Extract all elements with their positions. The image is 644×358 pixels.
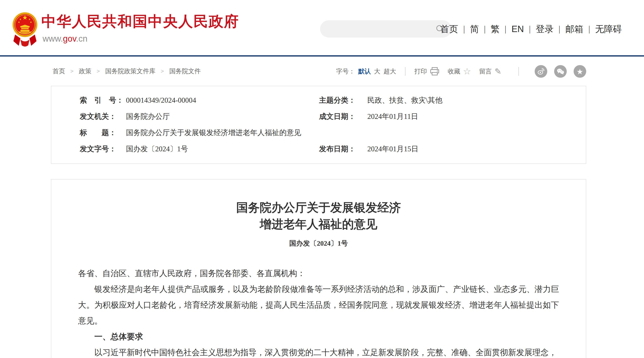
nav-separator: | [464, 24, 465, 34]
document-metadata-box: 索 引 号： 000014349/2024-00004 主题分类： 民政、扶贫、… [51, 86, 586, 164]
site-url-www: www. [42, 34, 63, 44]
meta-issuer-value: 国务院办公厅 [126, 112, 319, 122]
document-number: 国办发〔2024〕1号 [78, 239, 559, 248]
qzone-share-icon[interactable] [574, 65, 586, 78]
site-header: 中华人民共和国中央人民政府 www.gov.cn 首页| 简| 繁| EN| 登… [0, 0, 644, 56]
meta-docnum-value: 国办发〔2024〕1号 [126, 144, 319, 154]
toolbar-divider [405, 67, 406, 76]
paragraph-guiding-ideology: 以习近平新时代中国特色社会主义思想为指导，深入贯彻党的二十大精神，立足新发展阶段… [78, 344, 559, 358]
metadata-row: 索 引 号： 000014349/2024-00004 主题分类： 民政、扶贫、… [80, 92, 586, 108]
favorite-button[interactable]: 收藏 ☆ [448, 67, 471, 76]
nav-simplified[interactable]: 简 [465, 23, 484, 35]
meta-date-written-value: 2024年01月11日 [367, 112, 586, 122]
weibo-share-icon[interactable] [535, 65, 547, 78]
printer-icon [430, 67, 440, 76]
nav-home[interactable]: 首页 [436, 23, 463, 35]
share-buttons [528, 65, 586, 78]
metadata-row: 标 题： 国务院办公厅关于发展银发经济增进老年人福祉的意见 [80, 124, 586, 141]
site-url: www.gov.cn [42, 34, 88, 43]
nav-separator: | [505, 24, 506, 34]
paragraph-section-heading: 一、总体要求 [78, 329, 559, 344]
meta-title-value: 国务院办公厅关于发展银发经济增进老年人福祉的意见 [126, 128, 319, 138]
meta-date-written-label: 成文日期： [319, 112, 367, 122]
meta-date-published-label: 发布日期： [319, 144, 367, 154]
pencil-icon: ✎ [494, 67, 502, 76]
document-title: 国务院办公厅关于发展银发经济 增进老年人福祉的意见 [78, 200, 559, 233]
site-title[interactable]: 中华人民共和国中央人民政府 [42, 14, 239, 29]
nav-mail[interactable]: 邮箱 [561, 23, 588, 35]
breadcrumb-separator: > [161, 68, 164, 74]
wechat-share-icon[interactable] [554, 65, 567, 78]
meta-index-label: 索 引 号： [80, 95, 126, 105]
metadata-row: 发文字号： 国办发〔2024〕1号 发布日期： 2024年01月15日 [80, 141, 586, 157]
document-body: 各省、自治区、直辖市人民政府，国务院各部委、各直属机构： 银发经济是向老年人提供… [78, 266, 559, 358]
font-size-default[interactable]: 默认 [358, 67, 371, 76]
nav-traditional[interactable]: 繁 [486, 23, 504, 35]
nav-english[interactable]: EN [507, 24, 529, 34]
top-nav: 首页| 简| 繁| EN| 登录| 邮箱| 无障碍 [436, 23, 627, 35]
document-title-line2: 增进老年人福祉的意见 [78, 216, 559, 233]
comment-label: 留言 [479, 67, 492, 76]
print-button[interactable]: 打印 [414, 67, 440, 76]
breadcrumb-separator: > [70, 68, 74, 74]
font-size-xlarge[interactable]: 超大 [384, 67, 396, 76]
document-title-line1: 国务院办公厅关于发展银发经济 [78, 200, 559, 216]
meta-topic-value: 民政、扶贫、救灾\其他 [367, 95, 586, 105]
meta-issuer-label: 发文机关： [80, 112, 126, 122]
breadcrumb-policy[interactable]: 政策 [79, 67, 92, 76]
nav-separator: | [589, 24, 590, 34]
document-content-box: 国务院办公厅关于发展银发经济 增进老年人福祉的意见 国办发〔2024〕1号 各省… [51, 179, 586, 358]
meta-date-published-value: 2024年01月15日 [367, 144, 586, 154]
breadcrumb-policy-library[interactable]: 国务院政策文件库 [105, 67, 156, 76]
search-input[interactable] [328, 23, 434, 35]
breadcrumb-separator: > [97, 68, 100, 74]
meta-topic-label: 主题分类： [319, 95, 367, 105]
metadata-row: 发文机关： 国务院办公厅 成文日期： 2024年01月11日 [80, 108, 586, 124]
font-size-label: 字号： [336, 67, 355, 76]
breadcrumb: 首页 > 政策 > 国务院政策文件库 > 国务院文件 [52, 65, 200, 77]
meta-docnum-label: 发文字号： [80, 144, 126, 154]
paragraph-intro: 银发经济是向老年人提供产品或服务，以及为老龄阶段做准备等一系列经济活动的总和，涉… [78, 281, 559, 329]
search-bar [320, 20, 452, 38]
meta-title-label: 标 题： [80, 128, 126, 138]
print-label: 打印 [414, 67, 427, 76]
nav-accessibility[interactable]: 无障碍 [590, 23, 627, 35]
nav-separator: | [529, 24, 530, 34]
star-icon: ☆ [463, 67, 471, 76]
national-emblem-icon[interactable] [12, 8, 38, 48]
paragraph-salutation: 各省、自治区、直辖市人民政府，国务院各部委、各直属机构： [78, 266, 559, 281]
page-toolbar: 字号： 默认 大 超大 打印 收藏 ☆ 留言 ✎ [336, 65, 586, 78]
site-url-gov: gov [63, 34, 76, 44]
font-size-large[interactable]: 大 [374, 67, 380, 76]
breadcrumb-home[interactable]: 首页 [52, 67, 65, 76]
nav-separator: | [484, 24, 486, 34]
site-url-cn: .cn [76, 34, 88, 44]
favorite-label: 收藏 [448, 67, 460, 76]
comment-button[interactable]: 留言 ✎ [479, 67, 502, 76]
meta-index-value: 000014349/2024-00004 [126, 96, 319, 104]
breadcrumb-state-council-docs[interactable]: 国务院文件 [169, 67, 200, 76]
nav-separator: | [559, 24, 560, 34]
toolbar-divider [518, 67, 519, 76]
nav-login[interactable]: 登录 [531, 23, 558, 35]
